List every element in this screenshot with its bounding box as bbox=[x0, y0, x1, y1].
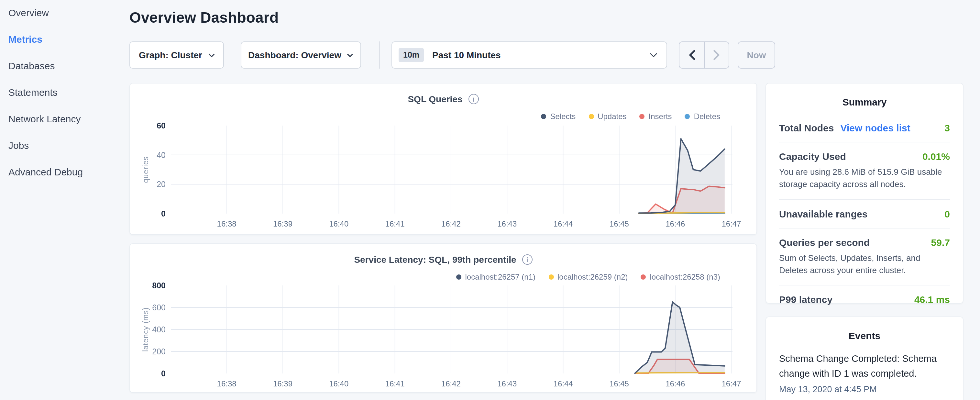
summary-label: Queries per second bbox=[779, 237, 870, 247]
summary-label: Capacity Used bbox=[779, 151, 846, 162]
chevron-down-icon bbox=[650, 53, 657, 57]
svg-text:16:44: 16:44 bbox=[554, 379, 573, 388]
controls-divider bbox=[379, 41, 380, 69]
next-time-button[interactable] bbox=[704, 42, 729, 68]
svg-text:16:46: 16:46 bbox=[665, 379, 685, 388]
summary-label: P99 latency bbox=[779, 294, 832, 305]
svg-text:16:46: 16:46 bbox=[665, 220, 685, 228]
svg-text:16:40: 16:40 bbox=[329, 220, 348, 228]
svg-text:16:42: 16:42 bbox=[441, 220, 461, 228]
dashboard-dropdown-label: Dashboard: Overview bbox=[248, 50, 341, 60]
sidebar-item-databases[interactable]: Databases bbox=[8, 60, 123, 87]
summary-subtitle: You are using 28.6 MiB of 515.9 GiB usab… bbox=[779, 166, 950, 191]
svg-text:16:47: 16:47 bbox=[722, 379, 741, 388]
summary-row: P99 latency46.1 ms bbox=[779, 286, 950, 314]
svg-text:16:40: 16:40 bbox=[329, 379, 348, 388]
svg-text:200: 200 bbox=[152, 347, 165, 356]
svg-text:16:39: 16:39 bbox=[273, 379, 293, 388]
summary-row: Queries per second59.7Sum of Selects, Up… bbox=[779, 228, 950, 285]
sidebar-item-advanced-debug[interactable]: Advanced Debug bbox=[8, 166, 123, 193]
chevron-down-icon bbox=[208, 53, 215, 57]
summary-row: Unavailable ranges0 bbox=[779, 200, 950, 228]
time-step-buttons bbox=[679, 41, 729, 69]
svg-text:16:43: 16:43 bbox=[497, 379, 517, 388]
summary-title: Summary bbox=[766, 96, 963, 107]
sql-queries-chart-card: SQL Queries i SelectsUpdatesInsertsDelet… bbox=[129, 83, 757, 235]
graph-dropdown[interactable]: Graph: Cluster bbox=[129, 41, 224, 69]
svg-text:16:38: 16:38 bbox=[217, 379, 237, 388]
svg-text:16:44: 16:44 bbox=[554, 220, 573, 228]
events-panel: Events Schema Change Completed: Schema c… bbox=[765, 317, 964, 400]
page-title: Overview Dashboard bbox=[129, 9, 278, 27]
summary-row: Total NodesView nodes list3 bbox=[779, 114, 950, 142]
svg-text:16:38: 16:38 bbox=[217, 220, 237, 228]
controls-bar: Graph: Cluster Dashboard: Overview 10m P… bbox=[129, 41, 775, 69]
service-latency-chart-card: Service Latency: SQL, 99th percentile i … bbox=[129, 243, 757, 393]
summary-rows: Total NodesView nodes list3Capacity Used… bbox=[779, 114, 950, 314]
svg-text:40: 40 bbox=[157, 150, 165, 159]
summary-value: 46.1 ms bbox=[914, 294, 950, 305]
time-window-badge: 10m bbox=[399, 48, 424, 62]
service-latency-chart[interactable]: 16:3816:3916:4016:4116:4216:4316:4416:45… bbox=[130, 244, 758, 394]
svg-text:queries: queries bbox=[142, 156, 150, 183]
time-window-picker[interactable]: 10m Past 10 Minutes bbox=[391, 41, 667, 69]
svg-text:16:42: 16:42 bbox=[441, 379, 461, 388]
svg-text:16:45: 16:45 bbox=[609, 379, 629, 388]
svg-text:16:43: 16:43 bbox=[497, 220, 517, 228]
svg-text:16:41: 16:41 bbox=[385, 379, 405, 388]
event-timestamp: May 13, 2020 at 4:45 PM bbox=[779, 385, 950, 395]
svg-text:16:47: 16:47 bbox=[722, 220, 741, 228]
svg-text:16:39: 16:39 bbox=[273, 220, 293, 228]
svg-text:60: 60 bbox=[157, 121, 165, 130]
time-window-label: Past 10 Minutes bbox=[432, 50, 650, 60]
summary-subtitle: Sum of Selects, Updates, Inserts, and De… bbox=[779, 252, 950, 276]
graph-dropdown-label: Graph: Cluster bbox=[139, 50, 202, 60]
summary-panel: Summary Total NodesView nodes list3Capac… bbox=[765, 83, 964, 304]
svg-text:800: 800 bbox=[152, 281, 165, 290]
summary-value: 0 bbox=[944, 208, 950, 219]
summary-label: Unavailable ranges bbox=[779, 208, 867, 219]
svg-text:16:41: 16:41 bbox=[385, 220, 405, 228]
now-button[interactable]: Now bbox=[738, 41, 775, 69]
events-list: Schema Change Completed: Schema change w… bbox=[766, 351, 963, 395]
previous-time-button[interactable] bbox=[679, 42, 704, 68]
sidebar-item-jobs[interactable]: Jobs bbox=[8, 140, 123, 166]
app-root: OverviewMetricsDatabasesStatementsNetwor… bbox=[0, 0, 980, 400]
chevron-right-icon bbox=[713, 50, 720, 60]
sql-queries-chart[interactable]: 16:3816:3916:4016:4116:4216:4316:4416:45… bbox=[130, 83, 758, 236]
chevron-down-icon bbox=[347, 53, 354, 57]
chevron-left-icon bbox=[688, 50, 695, 60]
summary-value: 0.01% bbox=[923, 151, 950, 162]
summary-value: 3 bbox=[944, 122, 950, 133]
summary-row: Capacity Used0.01%You are using 28.6 MiB… bbox=[779, 142, 950, 200]
svg-text:latency (ms): latency (ms) bbox=[142, 307, 150, 351]
sidebar-item-metrics[interactable]: Metrics bbox=[8, 33, 123, 60]
sidebar: OverviewMetricsDatabasesStatementsNetwor… bbox=[0, 0, 123, 400]
event-text: Schema Change Completed: Schema change w… bbox=[779, 351, 950, 382]
summary-value: 59.7 bbox=[931, 237, 950, 247]
event-item[interactable]: Schema Change Completed: Schema change w… bbox=[779, 351, 950, 395]
svg-text:0: 0 bbox=[161, 369, 165, 378]
sidebar-item-overview[interactable]: Overview bbox=[8, 7, 123, 33]
svg-text:0: 0 bbox=[161, 209, 165, 218]
sidebar-item-statements[interactable]: Statements bbox=[8, 87, 123, 113]
events-title: Events bbox=[766, 330, 963, 341]
dashboard-dropdown[interactable]: Dashboard: Overview bbox=[241, 41, 361, 69]
svg-text:16:45: 16:45 bbox=[609, 220, 629, 228]
summary-label: Total Nodes bbox=[779, 122, 834, 133]
svg-text:600: 600 bbox=[152, 303, 165, 312]
view-nodes-list-link[interactable]: View nodes list bbox=[840, 122, 910, 133]
svg-text:20: 20 bbox=[157, 180, 165, 189]
sidebar-item-network-latency[interactable]: Network Latency bbox=[8, 113, 123, 140]
svg-text:400: 400 bbox=[152, 325, 165, 334]
